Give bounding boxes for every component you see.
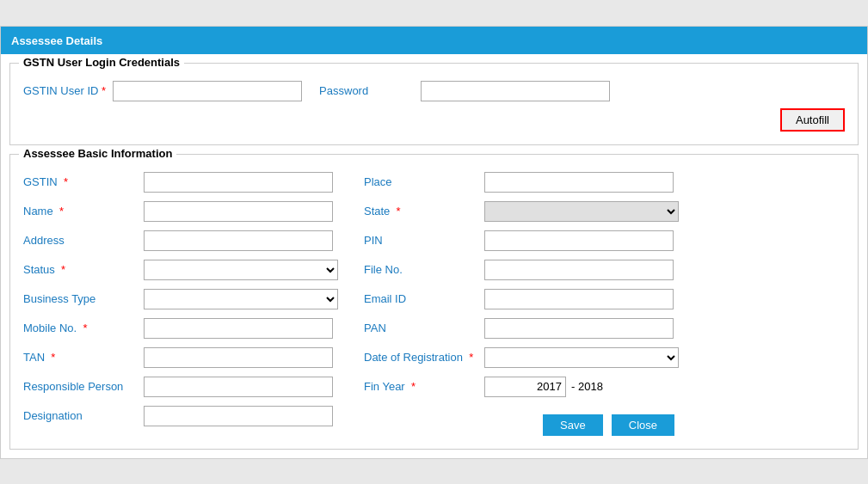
autofill-button[interactable]: Autofill xyxy=(780,108,845,132)
tan-input[interactable] xyxy=(144,347,333,368)
date-of-registration-label: Date of Registration * xyxy=(364,351,484,364)
tan-label: TAN * xyxy=(23,351,144,364)
credentials-content: GSTIN User ID * Password Autofill xyxy=(23,81,845,132)
date-of-registration-select[interactable] xyxy=(484,347,679,368)
gstin-row: GSTIN * xyxy=(23,172,338,193)
close-button[interactable]: Close xyxy=(612,414,674,436)
responsible-person-input[interactable] xyxy=(144,377,333,397)
basic-info-section: Assessee Basic Information GSTIN * Name … xyxy=(9,154,859,450)
gstin-label: GSTIN * xyxy=(23,175,144,188)
fin-year-separator: - 2018 xyxy=(566,380,608,393)
email-label: Email ID xyxy=(364,292,484,305)
basic-info-title: Assessee Basic Information xyxy=(19,147,176,160)
status-select[interactable] xyxy=(144,260,338,280)
header-bar: Assessee Details xyxy=(1,27,867,54)
address-input[interactable] xyxy=(144,230,333,251)
mobile-label: Mobile No. * xyxy=(23,322,144,334)
email-row: Email ID xyxy=(364,289,679,309)
fin-year-inputs: - 2018 xyxy=(484,377,608,397)
save-button[interactable]: Save xyxy=(543,414,603,436)
autofill-row: Autofill xyxy=(23,108,845,132)
tan-row: TAN * xyxy=(23,347,338,368)
pan-label: PAN xyxy=(364,322,484,334)
credentials-row: GSTIN User ID * Password xyxy=(23,81,845,101)
credentials-section: GSTN User Login Credentials GSTIN User I… xyxy=(9,63,859,145)
email-input[interactable] xyxy=(484,289,674,309)
main-container: Assessee Details GSTN User Login Credent… xyxy=(0,26,868,459)
fin-year-input[interactable] xyxy=(484,377,566,397)
mobile-row: Mobile No. * xyxy=(23,318,338,339)
file-no-row: File No. xyxy=(364,260,679,280)
header-title: Assessee Details xyxy=(11,34,102,47)
password-label: Password xyxy=(319,84,397,97)
fin-year-label: Fin Year * xyxy=(364,380,484,393)
left-column: GSTIN * Name * Address Status * xyxy=(23,172,338,436)
credentials-section-title: GSTN User Login Credentials xyxy=(19,56,184,69)
file-no-input[interactable] xyxy=(484,260,674,280)
place-input[interactable] xyxy=(484,172,674,193)
pin-row: PIN xyxy=(364,230,679,251)
business-type-select[interactable] xyxy=(144,289,338,309)
pan-input[interactable] xyxy=(484,318,674,339)
state-row: State * xyxy=(364,201,679,222)
password-field: Password xyxy=(319,81,610,101)
place-label: Place xyxy=(364,175,484,188)
user-id-input[interactable] xyxy=(113,81,302,101)
responsible-person-label: Responsible Person xyxy=(23,380,144,393)
gstin-input[interactable] xyxy=(144,172,333,193)
status-row: Status * xyxy=(23,260,338,280)
status-label: Status * xyxy=(23,263,144,276)
pin-label: PIN xyxy=(364,234,484,247)
responsible-person-row: Responsible Person xyxy=(23,377,338,397)
address-row: Address xyxy=(23,230,338,251)
mobile-input[interactable] xyxy=(144,318,333,339)
designation-input[interactable] xyxy=(144,406,333,426)
file-no-label: File No. xyxy=(364,263,484,276)
designation-label: Designation xyxy=(23,409,144,422)
state-label: State * xyxy=(364,205,484,217)
address-label: Address xyxy=(23,234,144,247)
user-id-label: GSTIN User ID * xyxy=(23,84,106,97)
password-input[interactable] xyxy=(421,81,610,101)
designation-row: Designation xyxy=(23,406,338,426)
pin-input[interactable] xyxy=(484,230,674,251)
name-label: Name * xyxy=(23,205,144,217)
name-row: Name * xyxy=(23,201,338,222)
right-column: Place State * PIN File No. xyxy=(364,172,679,436)
fin-year-row: Fin Year * - 2018 xyxy=(364,377,679,397)
user-id-field: GSTIN User ID * xyxy=(23,81,302,101)
pan-row: PAN xyxy=(364,318,679,339)
place-row: Place xyxy=(364,172,679,193)
state-select[interactable] xyxy=(484,201,679,222)
action-buttons: Save Close xyxy=(364,414,679,436)
business-type-row: Business Type xyxy=(23,289,338,309)
date-of-registration-row: Date of Registration * xyxy=(364,347,679,368)
business-type-label: Business Type xyxy=(23,292,144,305)
name-input[interactable] xyxy=(144,201,333,222)
